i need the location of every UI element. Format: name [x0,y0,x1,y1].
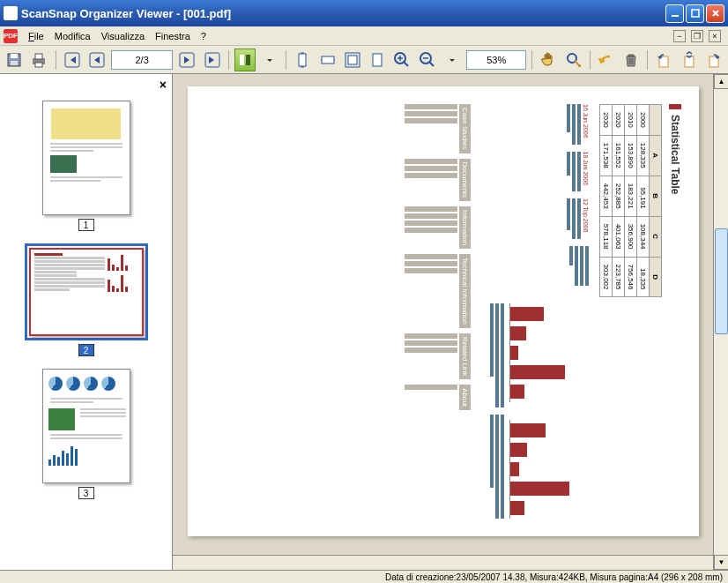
statusbar: Data di creazione:23/05/2007 14.38, Misu… [0,570,728,583]
date-label: 18 Jun 2006 [583,152,589,192]
menu-file[interactable]: File [23,29,49,43]
date-label: 16 Jun 2006 [583,104,589,145]
date-label: 12 Top 2006 [583,198,589,239]
section-label: Documents [459,159,471,201]
view-dropdown-button[interactable] [259,49,280,71]
thumbnail-page-1[interactable] [42,101,130,215]
menu-edit[interactable]: Modifica [49,29,96,43]
svg-rect-0 [672,15,679,17]
page-canvas[interactable]: Statistical Table ABCD 2000128,33595,191… [173,74,713,555]
window-buttons [665,4,724,23]
fit-width-button[interactable] [316,49,338,71]
section-label: Information [459,206,471,249]
close-button[interactable] [706,4,724,23]
status-text: Data di creazione:23/05/2007 14.38, Misu… [385,572,723,582]
thumbnail-number: 3 [78,487,94,499]
thumbnail-page-3[interactable] [42,369,130,483]
mini-bar-chart [48,445,124,466]
scrollbar-thumb[interactable] [715,228,728,334]
thumbnail-page-2[interactable] [29,248,144,336]
hand-tool-button[interactable] [538,49,559,71]
section-label: About [459,385,471,410]
mini-image [50,155,77,173]
undo-button[interactable] [596,49,617,71]
save-button[interactable] [4,49,25,71]
thumbnail-list: 1 [0,74,172,508]
toolbar-separator [56,50,56,70]
menu-view[interactable]: Visualizza [96,29,150,43]
fit-page-button[interactable] [342,49,363,71]
svg-rect-17 [348,56,357,64]
mini-pie-charts [48,377,124,391]
fit-height-button[interactable] [292,49,313,71]
mini-map [48,408,75,430]
mini-text-lines [50,143,123,152]
pdf-icon: PDF [4,29,18,43]
rotate-180-button[interactable] [678,49,699,71]
inner-minimize-button[interactable]: − [673,30,686,42]
delete-button[interactable] [620,49,642,71]
view-mode-button[interactable] [234,49,256,71]
bar-chart-1 [509,303,589,402]
minimize-button[interactable] [665,4,684,23]
zoom-out-button[interactable] [417,49,438,71]
select-tool-button[interactable] [562,49,583,71]
zoom-dropdown-button[interactable] [442,49,463,71]
first-page-button[interactable] [62,49,83,71]
scroll-up-button[interactable]: ▲ [714,74,728,89]
vertical-scrollbar[interactable]: ▲ ▼ [713,74,728,570]
titlebar: ScanSnap Organizer Viewer - [001.pdf] [0,0,728,26]
svg-rect-4 [11,61,18,65]
thumbnail-item[interactable]: 1 [42,101,130,231]
thumbnail-item[interactable]: 3 [42,369,130,499]
zoom-input[interactable] [466,50,526,70]
rendered-page: Statistical Table ABCD 2000128,33595,191… [188,86,699,536]
scroll-down-button[interactable]: ▼ [714,555,728,570]
thumbnail-number: 1 [78,219,94,231]
inner-window-buttons: − ❐ × [673,30,724,42]
page-section-title: Statistical Table [669,104,681,519]
bar-chart-2 [509,420,589,519]
statistical-table: ABCD 2000128,33595,191108,34418,335 2010… [599,104,662,297]
thumbnail-item[interactable]: 2 [25,243,148,356]
zoom-in-button[interactable] [391,49,412,71]
page-input[interactable] [111,50,173,70]
svg-rect-12 [240,55,244,65]
inner-restore-button[interactable]: ❐ [691,30,703,42]
svg-rect-6 [35,54,42,59]
rotate-left-button[interactable] [653,49,674,71]
toolbar-separator [228,50,229,70]
svg-rect-13 [246,55,250,65]
toolbar-separator [531,50,532,70]
thumbnail-close-button[interactable]: × [160,78,167,92]
thumbnail-panel: × 1 [0,74,173,570]
svg-rect-7 [35,63,42,67]
svg-rect-1 [692,10,699,17]
maximize-button[interactable] [686,4,704,23]
actual-size-button[interactable] [367,49,388,71]
last-page-button[interactable] [201,49,222,71]
section-label: Case Studies [459,104,471,153]
prev-page-button[interactable] [86,49,108,71]
toolbar-separator [590,50,591,70]
menu-window[interactable]: Finestra [150,29,196,43]
content-area: Statistical Table ABCD 2000128,33595,191… [173,74,728,570]
app-icon [4,6,18,20]
thumbnail-number: 2 [78,344,94,356]
mini-text-lines [50,176,123,182]
main-area: × 1 [0,74,728,570]
scrollbar-track[interactable] [714,89,728,555]
horizontal-scrollbar[interactable] [173,555,713,570]
window-title: ScanSnap Organizer Viewer - [001.pdf] [21,7,665,20]
section-label: Related Link [459,333,471,379]
rotate-right-button[interactable] [703,49,724,71]
section-label: Technical Information [459,254,471,328]
toolbar-separator [286,50,286,70]
print-button[interactable] [28,49,49,71]
menubar: PDF File Modifica Visualizza Finestra ? … [0,26,728,46]
svg-rect-15 [322,56,334,64]
menu-help[interactable]: ? [196,29,212,43]
svg-rect-14 [299,54,306,66]
inner-close-button[interactable]: × [709,30,721,42]
next-page-button[interactable] [176,49,197,71]
